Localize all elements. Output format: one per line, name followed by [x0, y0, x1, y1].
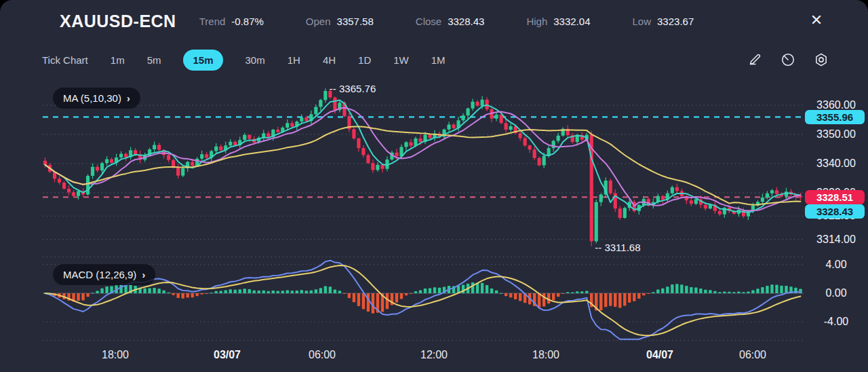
time-axis-label: 18:00	[532, 349, 559, 361]
time-axis-label: 04/07	[646, 349, 673, 361]
time-axis-label: 06:00	[739, 349, 766, 361]
price-badge-3328.51: 3328.51	[805, 190, 865, 204]
time-axis-label: 03/07	[214, 349, 241, 361]
low-annotation: -- 3311.68	[595, 242, 640, 253]
price-axis-label: 3350.00	[804, 128, 868, 141]
price-badge-3355.96: 3355.96	[805, 110, 865, 124]
time-axis-label: 18:00	[102, 349, 129, 361]
ma-indicator-pill[interactable]: MA (5,10,30) ›	[53, 88, 140, 109]
ma-indicator-label: MA (5,10,30)	[63, 92, 121, 104]
chart-canvas[interactable]	[43, 80, 804, 341]
price-badge-3328.43: 3328.43	[805, 204, 865, 219]
time-axis-label: 06:00	[309, 349, 336, 361]
chevron-right-icon: ›	[127, 93, 130, 104]
price-axis-label: 3340.00	[804, 157, 868, 170]
macd-indicator-label: MACD (12,26,9)	[63, 269, 136, 280]
high-annotation: -- 3365.76	[330, 83, 376, 94]
chevron-right-icon: ›	[142, 269, 145, 280]
price-axis-label: 3314.00	[804, 234, 868, 246]
macd-axis-label: 0.00	[804, 287, 868, 299]
time-axis-label: 12:00	[420, 349, 448, 361]
macd-axis-label: 4.00	[804, 259, 868, 271]
chart-widget: XAUUSD-ECN Trend-0.87%Open3357.58Close33…	[0, 0, 868, 372]
macd-axis-label: -4.00	[804, 316, 868, 328]
macd-indicator-pill[interactable]: MACD (12,26,9) ›	[53, 264, 155, 285]
